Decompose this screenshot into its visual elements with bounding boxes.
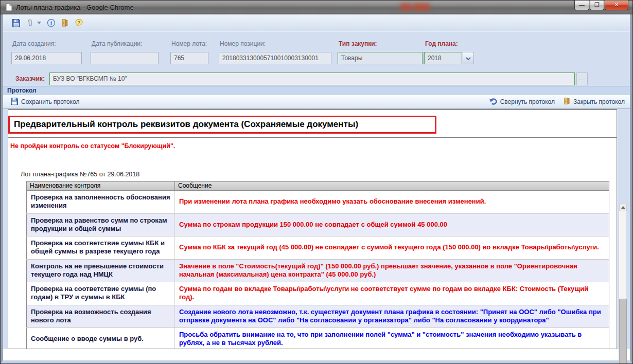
control-name-cell: Сообщение о вводе суммы в руб. (27, 328, 175, 350)
svg-text:i: i (50, 20, 52, 26)
scroll-up-button[interactable] (619, 204, 627, 211)
collapse-protocol-button[interactable]: Свернуть протокол (489, 97, 555, 106)
blocking-status-message: Не пройден контроль со статусом "Блокиру… (10, 142, 617, 150)
publication-date-label: Дата публикации: (92, 40, 142, 47)
customer-row: Заказчик: БУЗ ВО "ВГКБСМП № 10" ... (3, 72, 630, 86)
titlebar: Лоты плана-графика - Google Chrome — ❐ ✕ (1, 1, 632, 14)
control-message-cell: При изменении лота плана графика необход… (175, 191, 609, 214)
table-row: Проверка на заполненность обоснования из… (27, 191, 609, 214)
table-row: Проверка на возможность создания нового … (27, 305, 609, 328)
customer-browse-button[interactable]: ... (576, 72, 588, 85)
attachment-dropdown-icon[interactable] (37, 18, 42, 27)
purchase-type-select[interactable]: Товары (338, 52, 434, 64)
chevron-down-icon (466, 53, 471, 63)
close-protocol-button[interactable]: Закрыть протокол (563, 97, 625, 106)
control-heading-box: Предварительный контроль реквизитов доку… (8, 116, 436, 134)
position-number-label: Номер позиции: (220, 40, 266, 47)
plan-year-value: 2018 (424, 52, 462, 64)
control-message-cell: Сумма по строкам продукции 150 000.00 не… (175, 213, 609, 236)
control-heading: Предварительный контроль реквизитов доку… (14, 119, 431, 130)
control-name-cell: Проверка на соответствие суммы КБК и общ… (27, 236, 175, 260)
control-message-cell: Значение в поле "Стоимость(текущий год)"… (175, 259, 609, 282)
publication-date-field[interactable] (91, 52, 159, 64)
document-icon (5, 3, 12, 11)
main-toolbar: i ? (3, 14, 630, 31)
table-header-row: Наименование контроля Сообщение (27, 181, 609, 191)
minimize-button[interactable]: — (574, 1, 589, 10)
protocol-toolbar: Сохранить протокол Свернуть протокол Зак… (3, 95, 630, 109)
exit-door-icon[interactable] (60, 18, 69, 27)
protocol-section-title: Протокол (3, 86, 630, 95)
redacted-blur (413, 4, 430, 10)
table-row: Проверка на соответствие суммы КБК и общ… (27, 236, 609, 260)
save-icon (10, 97, 19, 107)
save-protocol-label: Сохранить протокол (21, 98, 79, 105)
control-name-cell: Проверка на соответствие суммы (по годам… (27, 282, 175, 305)
undo-arrow-icon (489, 97, 498, 106)
purchase-type-value: Товары (338, 52, 423, 64)
lot-form: Дата создания: 29.06.2018 Дата публикаци… (3, 31, 630, 86)
position-number-field[interactable]: 2018033130005710010003130001 (219, 52, 331, 64)
window-frame: i ? Дата создания: 29.06.2018 Дата публи… (1, 14, 632, 364)
app-window: Лоты плана-графика - Google Chrome — ❐ ✕ (0, 0, 633, 364)
customer-field[interactable]: БУЗ ВО "ВГКБСМП № 10" (49, 72, 575, 85)
control-message-cell: Сумма по годам во вкладке Товары\работы\… (175, 282, 609, 305)
creation-date-label: Дата создания: (12, 40, 56, 47)
redacted-blur (400, 4, 412, 10)
info-icon[interactable]: i (46, 18, 56, 27)
divider (8, 137, 617, 138)
purchase-type-label: Тип закупки: (339, 40, 377, 47)
table-row: Контроль на не превышение стоимости теку… (27, 259, 609, 282)
attachment-icon[interactable] (25, 18, 34, 27)
window-title: Лоты плана-графика - Google Chrome (16, 4, 134, 11)
plan-year-label: Год плана: (425, 40, 458, 47)
creation-date-field[interactable]: 29.06.2018 (11, 52, 82, 64)
plan-year-dropdown-button[interactable] (463, 52, 474, 64)
lot-number-label: Номер лота: (171, 40, 207, 47)
table-row: Сообщение о вводе суммы в руб. Просьба о… (27, 328, 609, 350)
control-message-cell: Создание нового лота невозможно, т.к. су… (175, 305, 609, 328)
maximize-button[interactable]: ❐ (590, 1, 604, 10)
plan-year-select[interactable]: 2018 (424, 52, 474, 64)
vertical-scrollbar[interactable] (619, 204, 626, 364)
column-header-message: Сообщение (175, 181, 609, 191)
control-name-cell: Контроль на не превышение стоимости теку… (27, 259, 175, 282)
exit-door-icon (563, 97, 571, 106)
help-icon[interactable]: ? (74, 18, 83, 27)
control-table-body: Проверка на заполненность обоснования из… (27, 191, 609, 350)
svg-text:?: ? (77, 19, 80, 25)
control-message-cell: Просьба обратить внимание на то, что при… (175, 328, 609, 350)
page-content: i ? Дата создания: 29.06.2018 Дата публи… (3, 14, 630, 360)
table-row: Проверка на соответствие суммы (по годам… (27, 282, 609, 305)
customer-label: Заказчик: (15, 75, 45, 82)
control-name-cell: Проверка на равенство сумм по строкам пр… (27, 213, 175, 236)
save-icon[interactable] (11, 18, 21, 27)
control-name-cell: Проверка на заполненность обоснования из… (27, 191, 175, 214)
lot-title: Лот плана-графика №765 от 29.06.2018 (21, 171, 617, 178)
control-name-cell: Проверка на возможность создания нового … (27, 305, 175, 328)
window-controls: — ❐ ✕ (574, 1, 628, 10)
save-protocol-button[interactable]: Сохранить протокол (10, 97, 79, 107)
close-button[interactable]: ✕ (605, 1, 628, 10)
close-protocol-label: Закрыть протокол (573, 98, 625, 105)
scrollbar-thumb[interactable] (619, 299, 627, 364)
control-message-cell: Сумма по КБК за текущий год (45 000.00) … (175, 236, 609, 260)
column-header-control: Наименование контроля (27, 181, 175, 191)
control-table: Наименование контроля Сообщение Проверка… (26, 181, 609, 349)
collapse-protocol-label: Свернуть протокол (500, 98, 555, 105)
table-row: Проверка на равенство сумм по строкам пр… (27, 213, 609, 236)
triangle-up-icon (621, 206, 625, 209)
lot-number-field[interactable]: 765 (170, 52, 208, 64)
protocol-panel: Предварительный контроль реквизитов доку… (8, 109, 617, 349)
bottom-strip (3, 349, 630, 360)
protocol-body: Предварительный контроль реквизитов доку… (3, 109, 630, 349)
